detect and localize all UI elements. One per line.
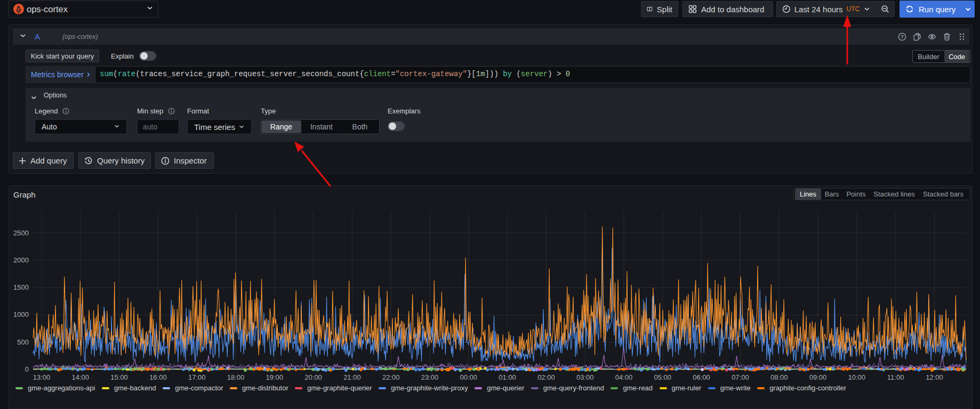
svg-text:?: ? xyxy=(901,34,904,39)
